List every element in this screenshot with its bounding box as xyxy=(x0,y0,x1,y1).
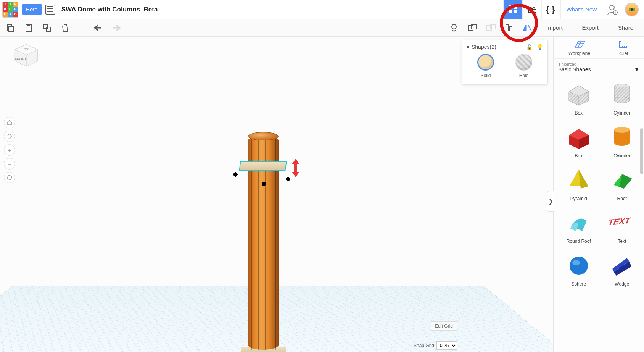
shape-label: Text xyxy=(618,239,626,244)
paste-icon[interactable] xyxy=(23,22,34,34)
shape-label: Box xyxy=(575,110,583,116)
shape-label: Box xyxy=(575,153,583,158)
svg-rect-21 xyxy=(472,24,476,29)
mirror-icon[interactable] xyxy=(522,22,533,34)
svg-line-36 xyxy=(576,41,578,47)
svg-rect-2 xyxy=(509,10,512,13)
undo-icon[interactable] xyxy=(92,22,104,34)
ungroup-icon xyxy=(485,22,496,34)
group-icon[interactable] xyxy=(467,22,478,34)
shape-round-roof[interactable]: Round Roof xyxy=(559,210,599,244)
shape-box-striped[interactable]: Box xyxy=(559,81,599,116)
svg-text:{ }: { } xyxy=(546,5,555,14)
svg-text:FRONT: FRONT xyxy=(15,57,27,61)
shape-inspector-panel: ▾ Shapes(2) 🔓 💡 Solid Hole xyxy=(462,40,548,85)
show-all-icon[interactable] xyxy=(448,22,460,34)
svg-point-32 xyxy=(8,134,11,138)
code-blocks-icon[interactable]: { } xyxy=(541,0,560,19)
account-settings-icon[interactable]: + xyxy=(605,3,619,16)
svg-point-60 xyxy=(570,257,588,275)
snap-grid-control: Snap Grid 0.25 xyxy=(414,341,457,350)
svg-rect-20 xyxy=(469,26,473,30)
shape-text[interactable]: TEXT Text xyxy=(602,210,642,244)
shape-label: Cylinder xyxy=(613,153,630,158)
svg-rect-3 xyxy=(514,10,517,13)
whats-new-link[interactable]: What's New xyxy=(560,0,602,19)
view-cube[interactable]: TOP FRONT xyxy=(13,43,40,68)
shapes-panel: Workplane Ruler Tinkercad Basic Shapes▼ … xyxy=(553,37,644,352)
svg-point-19 xyxy=(452,24,456,29)
tinkercad-logo[interactable]: TIN KER CAD xyxy=(2,2,18,18)
rotate-handle-bottom[interactable] xyxy=(262,182,266,186)
snap-grid-select[interactable]: 0.25 xyxy=(436,341,457,350)
share-button[interactable]: Share xyxy=(612,19,639,36)
chevron-down-icon: ▼ xyxy=(634,66,639,73)
fit-view-icon[interactable] xyxy=(4,131,15,142)
document-title-input[interactable] xyxy=(59,4,212,15)
home-view-icon[interactable] xyxy=(4,117,15,128)
svg-rect-16 xyxy=(27,24,30,26)
hole-swatch[interactable]: Hole xyxy=(515,54,532,78)
export-button[interactable]: Export xyxy=(576,19,605,36)
beta-badge: Beta xyxy=(22,4,42,15)
design-properties-icon[interactable] xyxy=(45,5,55,15)
svg-point-61 xyxy=(572,260,580,265)
move-z-arrow-icon[interactable] xyxy=(290,157,301,179)
delete-icon[interactable] xyxy=(60,22,71,34)
svg-rect-24 xyxy=(506,25,508,31)
shape-pyramid[interactable]: Pyramid xyxy=(559,167,599,201)
svg-text:+: + xyxy=(614,11,617,15)
hole-label: Hole xyxy=(519,73,529,78)
shape-wedge[interactable]: Wedge xyxy=(602,252,642,287)
bricks-mode-icon[interactable] xyxy=(522,0,541,19)
solid-swatch[interactable]: Solid xyxy=(477,54,494,78)
svg-rect-14 xyxy=(9,26,13,32)
library-provider-label: Tinkercad xyxy=(558,62,639,66)
shape-sphere[interactable]: Sphere xyxy=(559,252,599,287)
redo-icon xyxy=(111,22,122,34)
svg-text:TEXT: TEXT xyxy=(608,216,632,228)
svg-rect-17 xyxy=(43,24,48,29)
user-avatar[interactable] xyxy=(625,3,639,16)
shape-library-dropdown[interactable]: Tinkercad Basic Shapes▼ xyxy=(554,59,644,76)
svg-point-8 xyxy=(610,5,614,10)
shape-cylinder-orange[interactable]: Cylinder xyxy=(602,124,642,158)
rotate-handle-left[interactable] xyxy=(233,172,238,177)
svg-rect-15 xyxy=(26,25,31,32)
ortho-toggle-icon[interactable] xyxy=(4,172,15,183)
scrollbar-thumb[interactable] xyxy=(640,128,643,174)
svg-point-49 xyxy=(614,97,630,103)
duplicate-icon[interactable] xyxy=(41,22,53,34)
workplane-tool[interactable]: Workplane xyxy=(568,39,590,56)
shape-cylinder-striped[interactable]: Cylinder xyxy=(602,81,642,116)
library-name-label: Basic Shapes xyxy=(558,66,591,73)
lightbulb-icon[interactable]: 💡 xyxy=(536,44,543,50)
blocks-mode-icon[interactable] xyxy=(503,0,522,19)
snap-grid-label: Snap Grid xyxy=(414,343,434,348)
shape-label: Wedge xyxy=(615,281,629,287)
lock-icon[interactable]: 🔓 xyxy=(526,44,533,50)
shape-roof[interactable]: Roof xyxy=(602,167,642,201)
align-icon[interactable] xyxy=(503,22,515,34)
ruler-tool[interactable]: Ruler xyxy=(617,39,629,56)
shape-label: Round Roof xyxy=(567,239,591,244)
edit-grid-button[interactable]: Edit Grid xyxy=(431,321,457,331)
column-capital-selected[interactable] xyxy=(239,161,287,171)
svg-rect-1 xyxy=(514,5,517,9)
panel-collapse-handle[interactable]: ❯ xyxy=(547,191,554,212)
view-nav-buttons: + − xyxy=(4,117,15,183)
shape-box-red[interactable]: Box xyxy=(559,124,599,158)
chevron-down-icon: ▾ xyxy=(467,44,469,50)
inspector-count: (2) xyxy=(489,44,496,50)
zoom-in-icon[interactable]: + xyxy=(4,144,15,156)
svg-rect-33 xyxy=(7,175,12,180)
import-button[interactable]: Import xyxy=(540,19,569,36)
edit-toolbar: Import Export Share xyxy=(0,19,644,37)
shape-label: Roof xyxy=(617,196,627,201)
shape-label: Pyramid xyxy=(570,196,587,201)
solid-label: Solid xyxy=(481,73,491,78)
shape-label: Sphere xyxy=(571,281,586,287)
inspector-collapse-toggle[interactable]: ▾ Shapes(2) xyxy=(467,44,496,50)
zoom-out-icon[interactable]: − xyxy=(4,158,15,170)
copy-icon[interactable] xyxy=(5,22,16,34)
